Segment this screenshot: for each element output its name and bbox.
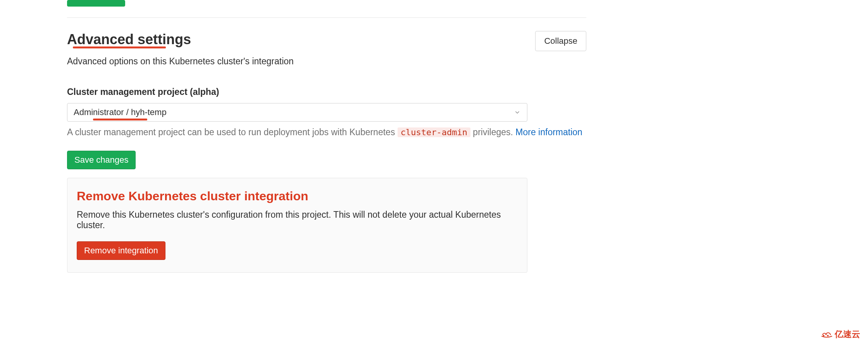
section-title: Advanced settings xyxy=(67,31,191,48)
cluster-project-label: Cluster management project (alpha) xyxy=(67,87,586,97)
remove-integration-panel: Remove Kubernetes cluster integration Re… xyxy=(67,178,527,273)
watermark-text: 亿速云 xyxy=(835,329,860,340)
code-pill: cluster-admin xyxy=(398,127,470,137)
save-changes-button[interactable]: Save changes xyxy=(67,151,136,169)
more-information-link[interactable]: More information xyxy=(515,127,582,137)
remove-integration-title: Remove Kubernetes cluster integration xyxy=(77,189,518,203)
section-header: Advanced settings Advanced options on th… xyxy=(67,31,586,67)
cluster-project-select[interactable]: Administrator / hyh-temp xyxy=(67,103,527,122)
watermark-icon xyxy=(820,330,833,339)
watermark: 亿速云 xyxy=(820,329,860,340)
help-text-pre: A cluster management project can be used… xyxy=(67,127,398,137)
cluster-project-value: Administrator / hyh-temp xyxy=(74,107,167,117)
clipped-button[interactable] xyxy=(67,0,125,7)
collapse-button[interactable]: Collapse xyxy=(535,31,586,51)
svg-point-0 xyxy=(823,335,824,336)
help-text: A cluster management project can be used… xyxy=(67,126,586,139)
svg-point-1 xyxy=(827,335,828,336)
section-subtitle: Advanced options on this Kubernetes clus… xyxy=(67,56,294,67)
help-text-post: privileges. xyxy=(470,127,515,137)
remove-integration-button[interactable]: Remove integration xyxy=(77,241,165,260)
chevron-down-icon xyxy=(514,109,521,116)
divider xyxy=(67,17,586,18)
remove-integration-desc: Remove this Kubernetes cluster's configu… xyxy=(77,210,518,230)
